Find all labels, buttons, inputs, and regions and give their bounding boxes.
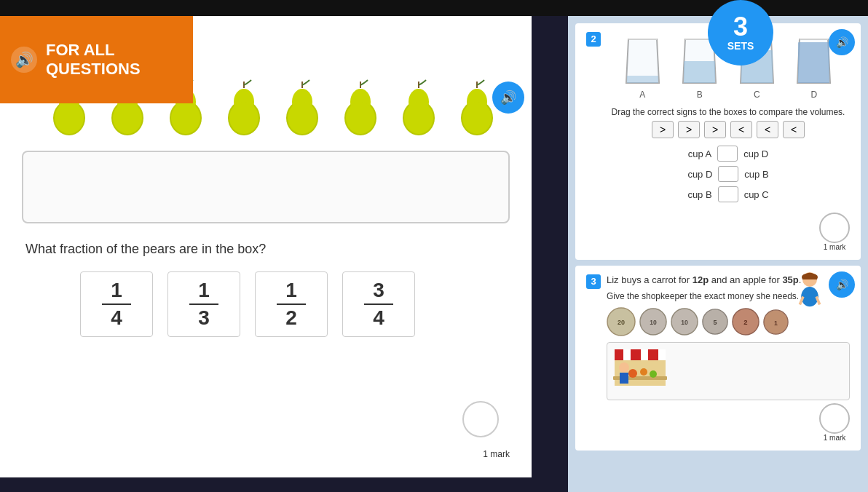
svg-text:10: 10: [681, 319, 688, 326]
cup-a-container: A: [623, 36, 663, 100]
coin-10p-1[interactable]: 10: [639, 308, 667, 336]
sign-lt-1[interactable]: <: [730, 121, 752, 138]
mark-circle-left: [462, 401, 499, 437]
banner-speaker-icon[interactable]: 🔊: [11, 47, 37, 73]
right-panel: 2 A: [568, 16, 868, 492]
sets-number: 3: [733, 14, 748, 40]
q3-mark-wrap: 1 mark: [586, 403, 850, 442]
mark-label-q2: 1 mark: [824, 243, 846, 251]
drag-instruction: Drag the correct signs to the boxes to c…: [607, 107, 850, 117]
svg-rect-33: [684, 61, 715, 83]
sign-gt-1[interactable]: >: [652, 121, 674, 138]
svg-point-18: [288, 102, 317, 134]
cup-a-label: A: [639, 90, 645, 100]
svg-line-64: [800, 297, 803, 305]
cup-c-label: C: [754, 90, 760, 100]
pear-7: [393, 78, 444, 136]
svg-line-65: [816, 297, 820, 305]
svg-point-2: [55, 102, 84, 134]
svg-point-14: [229, 102, 259, 134]
q2-number: 2: [586, 32, 601, 47]
svg-text:10: 10: [650, 319, 657, 326]
svg-text:5: 5: [713, 319, 717, 326]
fraction-options: 1 4 1 3 1 2 3 4: [22, 271, 510, 337]
cup-d: [794, 36, 834, 87]
girl-avatar: [795, 271, 824, 301]
cup-b-label: B: [697, 90, 703, 100]
sign-lt-3[interactable]: <: [783, 121, 805, 138]
svg-point-57: [628, 369, 637, 378]
fraction-option-1[interactable]: 1 4: [80, 271, 153, 337]
coin-20p[interactable]: 20: [607, 307, 636, 336]
speaker-icon-q3: 🔊: [836, 279, 848, 290]
banner-text: FOR ALL QUESTIONS: [46, 41, 141, 79]
coin-2p[interactable]: 2: [732, 308, 760, 336]
sets-circle: 3 SETS: [708, 0, 773, 66]
svg-rect-32: [627, 76, 658, 83]
sign-gt-2[interactable]: >: [678, 121, 700, 138]
mark-label-left: 1 mark: [483, 449, 510, 459]
cup-d-label: D: [810, 90, 817, 100]
mark-circle-q2: [819, 213, 850, 243]
sign-lt-2[interactable]: <: [757, 121, 778, 138]
compare-box-1[interactable]: [717, 146, 738, 162]
signs-row: > > > < < <: [607, 121, 850, 138]
speaker-button-q2[interactable]: 🔊: [829, 29, 855, 55]
fraction-option-2[interactable]: 1 3: [167, 271, 240, 337]
answer-box[interactable]: [22, 151, 510, 223]
girl-avatar-svg: [795, 271, 824, 308]
orange-banner: 🔊 FOR ALL QUESTIONS: [0, 16, 193, 103]
coin-1p[interactable]: 1: [763, 309, 789, 335]
mark-circle-q3: [819, 403, 850, 434]
svg-point-30: [462, 102, 492, 134]
fraction-option-4[interactable]: 3 4: [342, 271, 415, 337]
svg-point-26: [404, 102, 433, 134]
svg-rect-61: [620, 373, 628, 384]
svg-rect-35: [798, 42, 829, 83]
compare-row-2: cup D cup B: [607, 166, 850, 182]
speaker-button-left[interactable]: 🔊: [492, 82, 524, 114]
svg-point-10: [171, 102, 200, 134]
q2-mark-wrap: 1 mark: [586, 213, 850, 251]
cup-a: [623, 36, 663, 87]
speaker-icon-left: 🔊: [500, 90, 516, 106]
cup-d-container: D: [794, 36, 834, 100]
compare-row-1: cup A cup D: [607, 146, 850, 162]
compare-box-3[interactable]: [718, 186, 738, 202]
compare-box-2[interactable]: [718, 166, 738, 182]
fraction-question: What fraction of the pears are in the bo…: [22, 242, 510, 257]
fraction-option-3[interactable]: 1 2: [255, 271, 328, 337]
svg-point-63: [801, 287, 818, 306]
compare-row-3: cup B cup C: [607, 186, 850, 202]
coin-5p[interactable]: 5: [702, 309, 728, 335]
pear-5: [277, 78, 328, 136]
pear-4: [218, 78, 269, 136]
svg-text:2: 2: [743, 318, 747, 326]
speaker-icon-q2: 🔊: [836, 36, 848, 48]
q3-number: 3: [586, 274, 601, 289]
coins-row: 20 10 10 5: [607, 307, 850, 336]
coin-10p-2[interactable]: 10: [671, 308, 698, 336]
speaker-button-q3[interactable]: 🔊: [829, 271, 855, 298]
sign-gt-3[interactable]: >: [704, 121, 726, 138]
sets-label: SETS: [727, 40, 754, 52]
market-stall-box: [607, 342, 850, 400]
mark-label-q3: 1 mark: [824, 434, 846, 442]
svg-point-22: [346, 102, 375, 134]
q2-card: 2 A: [575, 23, 861, 260]
svg-point-6: [113, 102, 142, 134]
q3-card: 3 Liz buys a carrot for 12p and an apple…: [575, 266, 861, 451]
svg-text:20: 20: [618, 319, 625, 326]
svg-point-59: [650, 370, 657, 378]
pear-6: [335, 78, 386, 136]
svg-text:1: 1: [774, 319, 778, 326]
svg-point-58: [640, 368, 647, 376]
svg-point-60: [619, 362, 629, 373]
market-stall-svg: [611, 346, 669, 397]
